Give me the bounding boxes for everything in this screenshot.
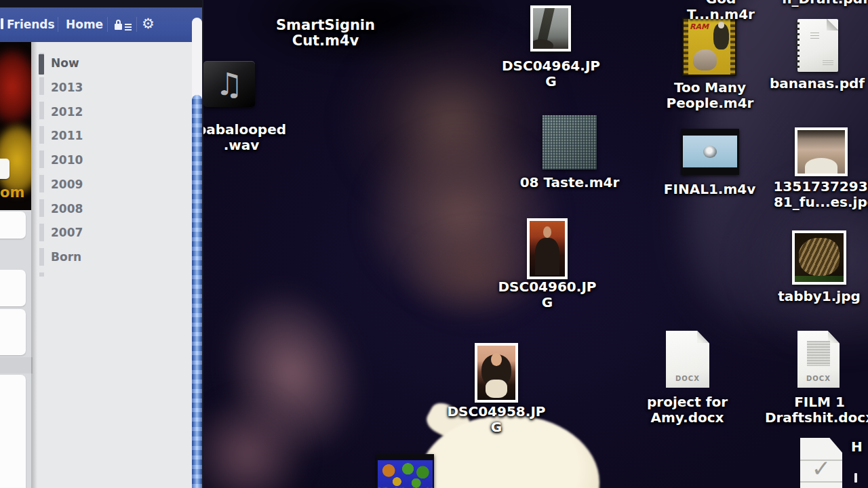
- nav-home[interactable]: Home: [66, 18, 103, 31]
- music-file-icon: ♫: [203, 61, 255, 107]
- album-ram-animal: [693, 49, 717, 70]
- screen: Friends Home ⚙ om: [0, 0, 868, 488]
- timeline-item-2011[interactable]: 2011: [51, 129, 83, 142]
- facebook-left-column: om: [0, 42, 31, 488]
- cat-photo: [795, 233, 844, 282]
- pdf-document-icon: [797, 19, 838, 72]
- ad-button[interactable]: [0, 159, 9, 179]
- mac-desktop[interactable]: SmartSignin Cut.m4v ♫ babalooped .wav Go…: [203, 0, 868, 488]
- nav-friends[interactable]: Friends: [7, 18, 55, 31]
- docx-badge: DOCX: [797, 375, 840, 382]
- nav-divider: [136, 17, 137, 32]
- docx-document-icon: DOCX: [797, 331, 840, 388]
- window-top-strip: [0, 0, 203, 7]
- monument-photo: [533, 8, 568, 49]
- timeline-item-2007[interactable]: 2007: [51, 226, 83, 239]
- gear-icon[interactable]: ⚙: [142, 16, 155, 32]
- noise-thumbnail-icon: [542, 115, 597, 169]
- desktop-icon-n-draft-pdf[interactable]: n_Draft.pdf: [781, 0, 868, 7]
- portrait-photo: [530, 221, 565, 277]
- timeline-item-2010[interactable]: 2010: [51, 153, 83, 167]
- photo-thumbnail-icon: [792, 230, 846, 285]
- feed-gap: [0, 357, 33, 373]
- column-shadow: [31, 42, 37, 488]
- docx-badge: DOCX: [666, 375, 709, 382]
- album-figure: [713, 24, 729, 49]
- feed-card[interactable]: [0, 375, 26, 488]
- sidebar-ad-image[interactable]: om: [0, 42, 31, 210]
- text-preview: [807, 341, 831, 366]
- desktop-icon-smartsignin-cut-m4v[interactable]: SmartSignin Cut.m4v: [268, 18, 383, 49]
- baby-photo: [797, 130, 845, 174]
- photo-thumbnail-icon: [795, 127, 848, 176]
- desktop-icon-too-many-people-m4r[interactable]: RAM Too Many People.m4r: [203, 0, 258, 58]
- feed-card[interactable]: [0, 309, 26, 355]
- photo-thumbnail-icon: [527, 218, 568, 279]
- partial-label-fragment: [854, 473, 857, 483]
- video-file-icon: [681, 129, 739, 175]
- world-map-video-icon: 1/3 of the World: [376, 454, 434, 488]
- checklist-document-icon: ✓: [800, 438, 842, 488]
- spiral-binding: [795, 22, 800, 69]
- nav-text-fragment: [1, 18, 3, 29]
- lens-icon: [703, 146, 717, 158]
- timeline-item-2012[interactable]: 2012: [51, 105, 83, 119]
- desktop-icon-partial-label[interactable]: H: [851, 439, 868, 455]
- folded-corner: [827, 19, 838, 30]
- docx-document-icon: DOCX: [666, 331, 709, 388]
- timeline-now-indicator: [39, 54, 44, 75]
- timeline-item-2013[interactable]: 2013: [51, 81, 83, 94]
- desktop-icon-god-m4r[interactable]: God T...n.m4r: [670, 0, 772, 22]
- facebook-window: Friends Home ⚙ om: [0, 0, 203, 488]
- privacy-shortcuts-icon[interactable]: [115, 19, 132, 31]
- ad-red-shape: [0, 46, 31, 127]
- nav-divider: [107, 17, 108, 32]
- timeline-item-now[interactable]: Now: [51, 56, 79, 70]
- timeline-track: [39, 53, 44, 277]
- photo-thumbnail-icon: [475, 343, 518, 403]
- scrollbar-thumb[interactable]: [192, 95, 202, 488]
- ad-caption: om: [0, 184, 24, 201]
- photo-thumbnail-icon: [530, 5, 571, 52]
- nav-divider: [58, 17, 58, 32]
- timeline-item-born[interactable]: Born: [51, 250, 81, 264]
- music-note-icon: ♫: [215, 66, 243, 102]
- album-title-text: RAM: [690, 22, 709, 31]
- timeline-item-2008[interactable]: 2008: [51, 202, 83, 216]
- portrait-photo: [477, 346, 515, 400]
- feed-card[interactable]: [0, 211, 26, 239]
- folded-corner: [697, 331, 709, 343]
- facebook-navbar: Friends Home ⚙: [0, 7, 203, 42]
- album-art-icon: RAM: [682, 18, 736, 76]
- feed-card[interactable]: [0, 270, 26, 306]
- checkmark-icon: ✓: [800, 455, 842, 482]
- timeline-item-2009[interactable]: 2009: [51, 178, 83, 191]
